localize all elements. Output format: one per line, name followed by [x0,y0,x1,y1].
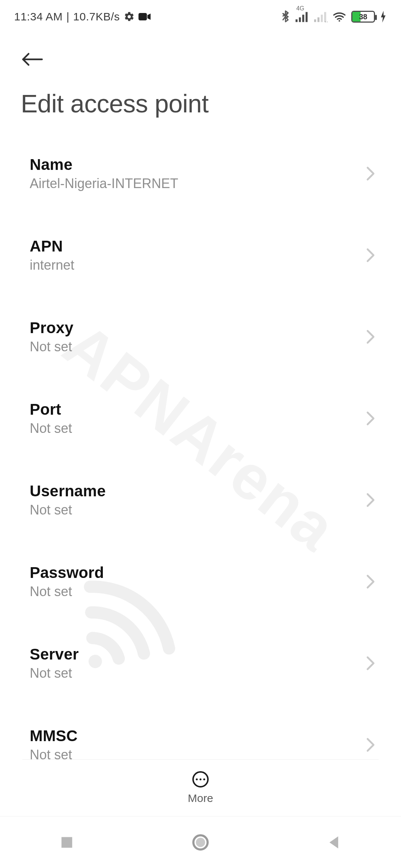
gear-icon [124,11,135,22]
setting-value: internet [30,257,74,273]
setting-value: Not set [30,421,72,436]
chevron-right-icon [366,656,375,671]
status-net-speed: 10.7KB/s [73,10,120,23]
setting-value: Not set [30,339,74,355]
svg-rect-17 [62,837,72,848]
battery-icon: 38 [351,11,375,23]
nav-home-button[interactable] [186,828,215,857]
circle-icon [192,834,209,851]
status-bar: 11:34 AM | 10.7KB/s 4G ✕ 38 [0,0,401,33]
setting-label: Port [30,401,72,418]
chevron-right-icon [366,737,375,752]
svg-rect-6 [314,19,316,22]
setting-value: Not set [30,665,79,681]
setting-label: Server [30,645,79,663]
svg-point-16 [203,778,205,780]
setting-row-port[interactable]: PortNot set [0,387,401,450]
svg-point-11 [339,20,340,22]
more-icon [192,770,209,788]
chevron-right-icon [366,166,375,181]
setting-label: MMSC [30,727,78,745]
signal-no-sim-icon: ✕ [314,11,327,22]
setting-label: APN [30,237,74,255]
settings-list: NameAirtel-Nigeria-INTERNETAPNinternetPr… [0,142,401,763]
svg-text:✕: ✕ [324,20,327,22]
svg-rect-3 [299,17,301,22]
triangle-left-icon [327,835,341,850]
status-time: 11:34 AM [14,10,63,23]
page-title: Edit access point [21,89,380,118]
setting-label: Username [30,482,106,500]
svg-point-19 [196,838,205,847]
setting-label: Name [30,156,178,174]
svg-rect-2 [296,19,297,22]
navigation-bar [0,816,401,868]
wifi-icon [333,11,346,22]
setting-row-apn[interactable]: APNinternet [0,223,401,287]
svg-rect-4 [302,15,304,22]
status-separator: | [66,10,69,23]
setting-row-password[interactable]: PasswordNot set [0,550,401,614]
charging-icon [380,11,387,23]
setting-row-name[interactable]: NameAirtel-Nigeria-INTERNET [0,142,401,206]
svg-point-15 [199,778,201,780]
chevron-right-icon [366,574,375,589]
setting-value: Airtel-Nigeria-INTERNET [30,176,178,191]
setting-row-server[interactable]: ServerNot set [0,631,401,695]
more-button[interactable]: More [0,760,401,815]
setting-row-mmsc[interactable]: MMSCNot set [0,713,401,763]
chevron-right-icon [366,329,375,344]
chevron-right-icon [366,493,375,507]
setting-row-username[interactable]: UsernameNot set [0,468,401,532]
back-button[interactable] [17,45,47,74]
setting-row-proxy[interactable]: ProxyNot set [0,305,401,369]
more-label: More [188,792,213,805]
setting-value: Not set [30,502,106,518]
svg-rect-5 [306,12,307,22]
setting-label: Password [30,564,104,582]
signal-4g-icon: 4G [296,11,309,22]
svg-rect-7 [317,17,319,22]
setting-label: Proxy [30,319,74,337]
video-camera-icon [138,12,151,21]
svg-rect-1 [138,13,147,20]
square-icon [60,836,74,849]
chevron-right-icon [366,248,375,263]
chevron-right-icon [366,411,375,426]
header: Edit access point [0,45,401,118]
nav-back-button[interactable] [319,828,349,857]
arrow-left-icon [21,51,43,68]
svg-rect-8 [321,15,323,22]
bluetooth-icon [281,10,290,23]
svg-point-14 [196,778,198,780]
nav-recent-button[interactable] [52,828,82,857]
setting-value: Not set [30,584,104,599]
